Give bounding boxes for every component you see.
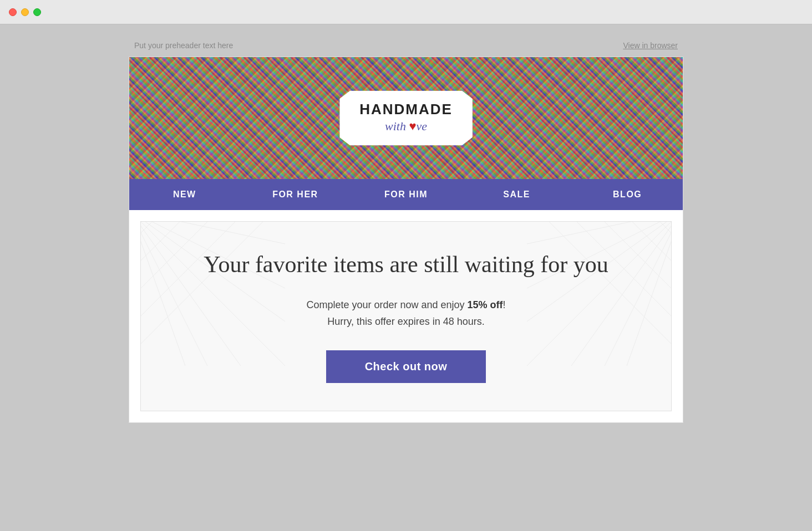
nav-item-sale[interactable]: SALE [461, 180, 572, 210]
nav-item-for-her[interactable]: FOR HER [240, 180, 351, 210]
content-area: Put your preheader text here View in bro… [0, 24, 812, 531]
nav-bar: NEW FOR HER FOR HIM SALE BLOG [129, 179, 683, 210]
svg-line-12 [527, 221, 672, 244]
logo-title: HANDMADE [359, 101, 453, 118]
logo-subtitle: with ♥ve [359, 119, 453, 135]
nav-item-for-him[interactable]: FOR HIM [351, 180, 461, 210]
sub-text-suffix: ! [503, 299, 506, 310]
view-in-browser-link[interactable]: View in browser [623, 41, 678, 50]
preheader-bar: Put your preheader text here View in bro… [129, 41, 683, 57]
traffic-lights [9, 8, 41, 16]
sub-text-line2: Hurry, this offer expires in 48 hours. [327, 316, 484, 327]
checkout-now-button[interactable]: Check out now [326, 350, 486, 383]
logo-badge: HANDMADE with ♥ve [339, 90, 473, 145]
sub-text-prefix: Complete your order now and enjoy [306, 299, 467, 310]
main-heading: Your favorite items are still waiting fo… [174, 249, 638, 280]
preheader-text: Put your preheader text here [134, 41, 233, 50]
email-body-content: Your favorite items are still waiting fo… [174, 249, 638, 383]
email-outer: Put your preheader text here View in bro… [129, 41, 683, 423]
close-button[interactable] [9, 8, 17, 16]
email-wrapper: HANDMADE with ♥ve NEW FOR HER FOR HIM SA… [129, 57, 683, 423]
nav-item-new[interactable]: NEW [129, 180, 240, 210]
svg-line-5 [140, 221, 285, 244]
titlebar [0, 0, 812, 24]
sub-text-bold: 15% off [468, 299, 503, 310]
maximize-button[interactable] [33, 8, 41, 16]
email-header: HANDMADE with ♥ve [129, 57, 683, 179]
sub-text: Complete your order now and enjoy 15% of… [174, 297, 638, 330]
minimize-button[interactable] [21, 8, 29, 16]
email-body: Your favorite items are still waiting fo… [140, 221, 672, 411]
nav-item-blog[interactable]: BLOG [572, 180, 683, 210]
